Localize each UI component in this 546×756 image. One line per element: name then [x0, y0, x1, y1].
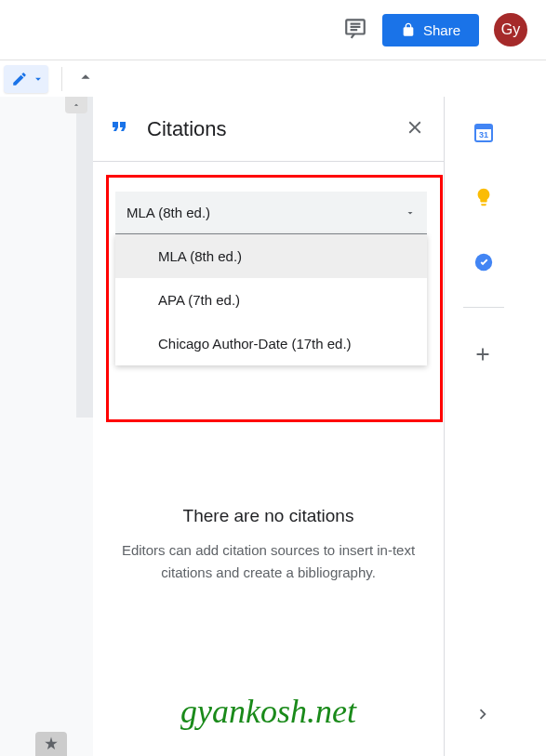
- toolbar-row: [0, 60, 546, 97]
- watermark-text: gyankosh.net: [93, 692, 444, 731]
- pencil-icon: [11, 71, 28, 87]
- main-area: Citations MLA (8th ed.) MLA (8th ed.) AP…: [0, 97, 546, 756]
- tasks-icon: [473, 252, 494, 272]
- explore-button[interactable]: [35, 732, 67, 756]
- divider: [61, 67, 62, 91]
- empty-state-title: There are no citations: [117, 506, 419, 526]
- dropdown-selected-value: MLA (8th ed.): [127, 205, 210, 220]
- keep-icon: [473, 187, 494, 207]
- lock-icon: [401, 22, 416, 37]
- panel-header: Citations: [93, 97, 444, 162]
- top-bar: Share Gy: [0, 0, 546, 60]
- chevron-down-icon: [32, 73, 45, 86]
- share-button[interactable]: Share: [382, 14, 479, 46]
- keep-app-button[interactable]: [465, 179, 502, 216]
- close-icon: [405, 117, 425, 138]
- tasks-app-button[interactable]: [465, 244, 502, 281]
- collapse-rail-button[interactable]: [473, 704, 493, 728]
- dropdown-option-apa[interactable]: APA (7th ed.): [115, 278, 427, 322]
- add-addon-button[interactable]: [473, 344, 493, 368]
- collapse-toolbar-button[interactable]: [75, 67, 96, 91]
- plus-icon: [473, 344, 493, 365]
- citation-format-dropdown[interactable]: MLA (8th ed.): [115, 192, 427, 234]
- share-label: Share: [423, 22, 460, 38]
- close-button[interactable]: [401, 113, 429, 145]
- chevron-right-icon: [473, 704, 493, 724]
- calendar-app-button[interactable]: 31: [465, 113, 502, 151]
- panel-title: Citations: [147, 117, 384, 141]
- rail-divider: [463, 307, 504, 308]
- empty-state-description: Editors can add citation sources to inse…: [117, 539, 419, 584]
- edit-mode-button[interactable]: [4, 65, 48, 93]
- calendar-icon: 31: [473, 121, 495, 143]
- dropdown-option-chicago[interactable]: Chicago Author-Date (17th ed.): [115, 322, 427, 365]
- ruler-tab[interactable]: [65, 97, 87, 113]
- svg-rect-5: [475, 125, 492, 129]
- quote-icon: [108, 115, 130, 143]
- empty-state: There are no citations Editors can add c…: [93, 506, 444, 584]
- citations-panel: Citations MLA (8th ed.) MLA (8th ed.) AP…: [93, 97, 445, 756]
- side-rail: 31: [445, 97, 546, 756]
- comment-history-icon[interactable]: [343, 16, 367, 44]
- document-edge: [0, 97, 93, 756]
- svg-text:31: 31: [479, 130, 488, 139]
- chevron-down-icon: [405, 207, 416, 219]
- dropdown-menu: MLA (8th ed.) APA (7th ed.) Chicago Auth…: [115, 234, 427, 365]
- user-avatar[interactable]: Gy: [494, 13, 527, 46]
- dropdown-option-mla[interactable]: MLA (8th ed.): [115, 234, 427, 278]
